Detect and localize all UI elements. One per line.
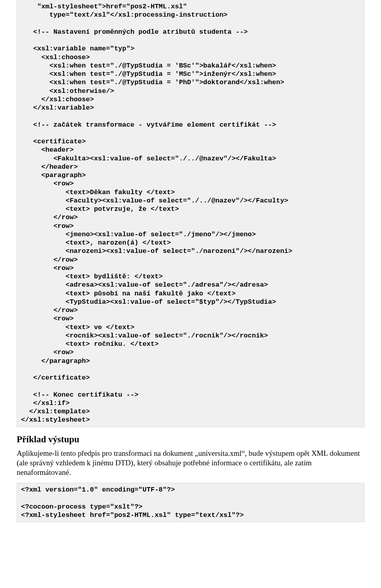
section-heading: Příklad výstupu [17,434,364,445]
code-block-xml-output: <?xml version="1.0" encoding="UTF-8"?> <… [17,483,364,522]
code-block-xsl: "xml-stylesheet">href="pos2-HTML.xsl" ty… [17,0,364,427]
document-page: "xml-stylesheet">href="pos2-HTML.xsl" ty… [0,0,381,522]
body-paragraph: Aplikujeme-li tento předpis pro transfor… [17,449,364,478]
